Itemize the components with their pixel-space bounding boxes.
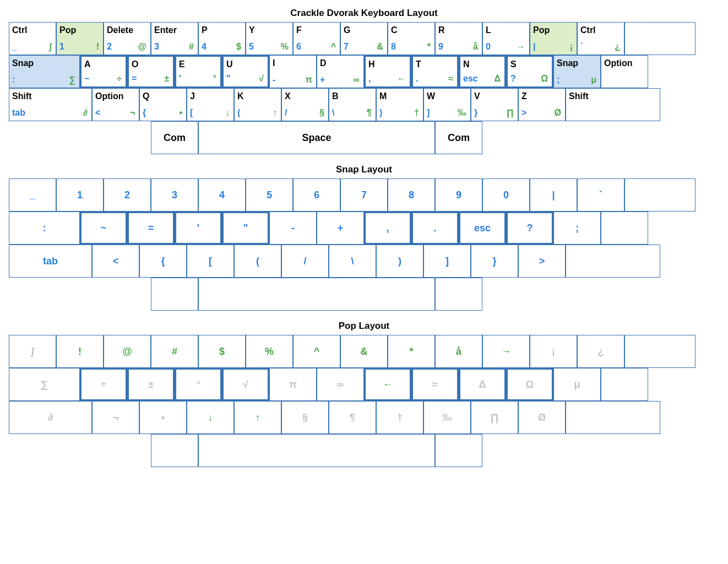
key[interactable]: 9 bbox=[435, 178, 482, 212]
key[interactable]: Pop|¡ bbox=[530, 22, 577, 55]
key[interactable]: \ bbox=[329, 245, 376, 278]
key[interactable]: ` bbox=[577, 178, 624, 212]
key[interactable]: Shifttab∂ bbox=[9, 88, 92, 121]
key[interactable]: ‰ bbox=[423, 401, 471, 434]
key[interactable]: [ bbox=[187, 245, 234, 278]
key[interactable]: ≈ bbox=[411, 368, 459, 401]
key[interactable]: ^ bbox=[293, 335, 340, 368]
key[interactable]: Space bbox=[198, 121, 435, 154]
key[interactable]: X/§ bbox=[281, 88, 329, 121]
key[interactable]: Ctrl`¿ bbox=[577, 22, 624, 55]
key[interactable]: Q{• bbox=[139, 88, 187, 121]
key[interactable]: ¿ bbox=[577, 335, 624, 368]
key[interactable]: ] bbox=[423, 245, 471, 278]
key[interactable]: 0 bbox=[482, 178, 530, 212]
key[interactable]: ± bbox=[127, 368, 175, 401]
key[interactable]: ' bbox=[175, 212, 222, 245]
key[interactable]: ¡ bbox=[530, 335, 577, 368]
key[interactable]: † bbox=[376, 401, 423, 434]
key[interactable]: 1 bbox=[56, 178, 104, 212]
key[interactable]: W]‰ bbox=[423, 88, 471, 121]
key[interactable]: Shift bbox=[566, 88, 660, 121]
key[interactable]: } bbox=[471, 245, 518, 278]
key[interactable]: esc bbox=[459, 212, 506, 245]
key[interactable]: K(↑ bbox=[234, 88, 281, 121]
key[interactable]: P4$ bbox=[198, 22, 246, 55]
key[interactable]: @ bbox=[104, 335, 151, 368]
key[interactable]: Y5% bbox=[246, 22, 293, 55]
key[interactable]: ∂ bbox=[9, 401, 92, 434]
key[interactable]: > bbox=[518, 245, 566, 278]
key[interactable]: $ bbox=[198, 335, 246, 368]
key[interactable]: V}∏ bbox=[471, 88, 518, 121]
key[interactable]: Com bbox=[151, 121, 198, 154]
key[interactable]: + bbox=[317, 212, 364, 245]
key[interactable]: Pop1! bbox=[56, 22, 104, 55]
key[interactable]: , bbox=[364, 212, 411, 245]
key[interactable]: ← bbox=[364, 368, 411, 401]
key[interactable]: Ω bbox=[506, 368, 553, 401]
key[interactable]: { bbox=[139, 245, 187, 278]
key[interactable]: ÷ bbox=[80, 368, 127, 401]
key[interactable]: Com bbox=[435, 121, 482, 154]
key[interactable] bbox=[601, 368, 648, 401]
key[interactable]: Snap;μ bbox=[553, 55, 601, 88]
key[interactable] bbox=[198, 278, 435, 311]
key[interactable]: - bbox=[269, 212, 317, 245]
key[interactable]: H,← bbox=[364, 55, 411, 88]
key[interactable]: # bbox=[151, 335, 198, 368]
key[interactable] bbox=[151, 278, 198, 311]
key[interactable] bbox=[624, 22, 696, 55]
key[interactable]: = bbox=[127, 212, 175, 245]
key[interactable]: Δ bbox=[459, 368, 506, 401]
key[interactable]: ¶ bbox=[329, 401, 376, 434]
key[interactable]: T.≈ bbox=[411, 55, 459, 88]
key[interactable]: å bbox=[435, 335, 482, 368]
key[interactable]: | bbox=[530, 178, 577, 212]
key[interactable]: 3 bbox=[151, 178, 198, 212]
key[interactable] bbox=[601, 212, 648, 245]
key[interactable]: Ø bbox=[518, 401, 566, 434]
key[interactable]: . bbox=[411, 212, 459, 245]
key[interactable]: ∫ bbox=[9, 335, 56, 368]
key[interactable]: I-π bbox=[269, 55, 317, 88]
key[interactable]: % bbox=[246, 335, 293, 368]
key[interactable]: B\¶ bbox=[329, 88, 376, 121]
key[interactable]: π bbox=[269, 368, 317, 401]
key[interactable]: Enter3# bbox=[151, 22, 198, 55]
key[interactable]: 8 bbox=[388, 178, 435, 212]
key[interactable]: / bbox=[281, 245, 329, 278]
key[interactable]: ; bbox=[553, 212, 601, 245]
key[interactable]: C8* bbox=[388, 22, 435, 55]
key[interactable] bbox=[566, 401, 660, 434]
key[interactable] bbox=[435, 434, 482, 467]
key[interactable]: § bbox=[281, 401, 329, 434]
key[interactable]: : bbox=[9, 212, 80, 245]
key[interactable]: S?Ω bbox=[506, 55, 553, 88]
key[interactable]: Snap:∑ bbox=[9, 55, 80, 88]
key[interactable]: Ctrl_∫ bbox=[9, 22, 56, 55]
key[interactable] bbox=[435, 278, 482, 311]
key[interactable]: U"√ bbox=[222, 55, 269, 88]
key[interactable]: 6 bbox=[293, 178, 340, 212]
key[interactable]: < bbox=[92, 245, 139, 278]
key[interactable] bbox=[566, 245, 660, 278]
key[interactable]: ( bbox=[234, 245, 281, 278]
key[interactable]: 7 bbox=[340, 178, 388, 212]
key[interactable]: * bbox=[388, 335, 435, 368]
key[interactable]: ? bbox=[506, 212, 553, 245]
key[interactable]: • bbox=[139, 401, 187, 434]
key[interactable]: F6^ bbox=[293, 22, 340, 55]
key[interactable]: 2 bbox=[104, 178, 151, 212]
key[interactable]: Option<¬ bbox=[92, 88, 139, 121]
key[interactable] bbox=[198, 434, 435, 467]
key[interactable]: ° bbox=[175, 368, 222, 401]
key[interactable]: Option bbox=[601, 55, 648, 88]
key[interactable]: √ bbox=[222, 368, 269, 401]
key[interactable]: Z>Ø bbox=[518, 88, 566, 121]
key[interactable]: ∑ bbox=[9, 368, 80, 401]
key[interactable]: ∞ bbox=[317, 368, 364, 401]
key[interactable]: E'° bbox=[175, 55, 222, 88]
key[interactable]: ∏ bbox=[471, 401, 518, 434]
key[interactable]: → bbox=[482, 335, 530, 368]
